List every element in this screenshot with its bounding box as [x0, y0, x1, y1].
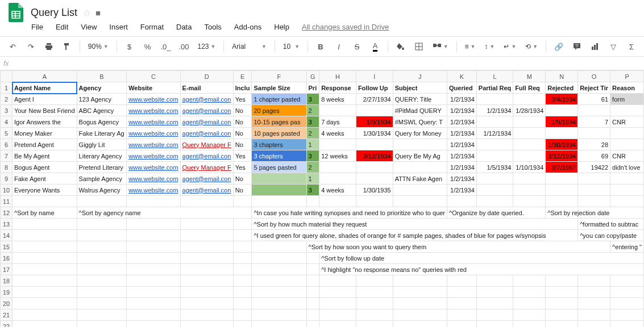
- cell[interactable]: [356, 321, 393, 328]
- cell[interactable]: [252, 185, 306, 196]
- cell[interactable]: [610, 173, 644, 185]
- cell[interactable]: ^Sort by follow up date: [319, 253, 644, 264]
- cell[interactable]: Rejected: [546, 82, 578, 94]
- cell[interactable]: [127, 253, 180, 264]
- cell[interactable]: 3: [306, 116, 319, 128]
- cell[interactable]: [578, 173, 610, 185]
- cell[interactable]: [13, 241, 77, 253]
- cell[interactable]: ^Sort by how much material they request: [252, 219, 578, 230]
- cell[interactable]: [233, 241, 252, 253]
- col-header[interactable]: N: [546, 71, 578, 82]
- cell[interactable]: Agent I: [13, 94, 77, 105]
- cell[interactable]: 5 pages pasted: [252, 162, 306, 173]
- row-header[interactable]: 13: [1, 219, 13, 230]
- cell[interactable]: [513, 185, 546, 196]
- cell[interactable]: [393, 287, 447, 298]
- cell[interactable]: 2: [306, 162, 319, 173]
- cell[interactable]: No: [233, 128, 252, 139]
- cell[interactable]: Full Req: [513, 82, 546, 94]
- cell[interactable]: No: [233, 105, 252, 116]
- cell[interactable]: [393, 275, 447, 287]
- cell[interactable]: 1/2/1934: [447, 162, 477, 173]
- cell[interactable]: [610, 321, 644, 328]
- cell[interactable]: 28: [578, 139, 610, 150]
- cell[interactable]: [476, 309, 513, 321]
- cell[interactable]: [356, 139, 393, 150]
- cell[interactable]: ^entering ": [610, 241, 644, 253]
- cell[interactable]: [13, 230, 77, 241]
- cell[interactable]: 19422: [578, 162, 610, 173]
- cell[interactable]: [180, 253, 233, 264]
- cell[interactable]: ^formatted to subtrac: [578, 219, 644, 230]
- cell[interactable]: [610, 298, 644, 309]
- cell[interactable]: [513, 275, 546, 287]
- cell[interactable]: 69: [578, 150, 610, 162]
- cell[interactable]: Sample Agency: [77, 173, 127, 185]
- cell[interactable]: [13, 298, 77, 309]
- cell[interactable]: [546, 298, 578, 309]
- cell[interactable]: QUERY: Title: [393, 94, 447, 105]
- cell[interactable]: [578, 309, 610, 321]
- cell[interactable]: No: [233, 139, 252, 150]
- cell[interactable]: Agency: [77, 82, 127, 94]
- cell[interactable]: [319, 321, 356, 328]
- menu-help[interactable]: Help: [274, 23, 289, 31]
- cell[interactable]: Giggly Lit: [77, 139, 127, 150]
- cell[interactable]: [476, 173, 513, 185]
- cell[interactable]: [476, 150, 513, 162]
- cell[interactable]: [578, 196, 610, 207]
- cell[interactable]: 123 Agency: [77, 94, 127, 105]
- cell[interactable]: [306, 253, 319, 264]
- cell[interactable]: 1/30/1934: [356, 128, 393, 139]
- cell[interactable]: [127, 219, 180, 230]
- cell[interactable]: [393, 309, 447, 321]
- row-header[interactable]: 22: [1, 321, 13, 328]
- cell[interactable]: 3/12/1934: [356, 150, 393, 162]
- cell[interactable]: [356, 275, 393, 287]
- cell[interactable]: [127, 309, 180, 321]
- cell[interactable]: [578, 298, 610, 309]
- row-header[interactable]: 16: [1, 253, 13, 264]
- cell[interactable]: 3 chapters: [252, 139, 306, 150]
- cell[interactable]: [578, 185, 610, 196]
- cell[interactable]: Your New Best Friend: [13, 105, 77, 116]
- cell[interactable]: [393, 185, 447, 196]
- cell[interactable]: [13, 253, 77, 264]
- menu-edit[interactable]: Edit: [56, 23, 68, 31]
- cell[interactable]: 1: [306, 139, 319, 150]
- valign-icon[interactable]: ↕▼: [481, 39, 498, 54]
- cell[interactable]: Website: [127, 82, 180, 94]
- cell[interactable]: [476, 196, 513, 207]
- cell[interactable]: [610, 185, 644, 196]
- cell[interactable]: [319, 309, 356, 321]
- cell[interactable]: [77, 241, 127, 253]
- cell[interactable]: Query Be My Ag: [393, 150, 447, 162]
- cell[interactable]: 1/9/1934: [356, 116, 393, 128]
- cell[interactable]: E-mail: [180, 82, 233, 94]
- cell[interactable]: agent@email.con: [180, 94, 233, 105]
- grid[interactable]: ABCDEFGHIJKLMNOP1Agent NameAgencyWebsite…: [0, 70, 644, 327]
- cell[interactable]: [578, 287, 610, 298]
- cell[interactable]: 2/27/1934: [356, 94, 393, 105]
- menu-view[interactable]: View: [81, 23, 97, 31]
- cell[interactable]: [513, 128, 546, 139]
- functions-icon[interactable]: Σ: [624, 39, 639, 54]
- borders-icon[interactable]: [411, 39, 427, 54]
- cell[interactable]: 3/12/1934: [546, 150, 578, 162]
- cell[interactable]: [13, 264, 77, 275]
- cell[interactable]: [77, 253, 127, 264]
- redo-icon[interactable]: ↷: [23, 39, 39, 54]
- cell[interactable]: [447, 287, 477, 298]
- cell[interactable]: [356, 105, 393, 116]
- cell[interactable]: [180, 230, 233, 241]
- cell[interactable]: #PitMad QUERY: [393, 105, 447, 116]
- cell[interactable]: 3/7/1987: [546, 162, 578, 173]
- menu-format[interactable]: Format: [140, 23, 164, 31]
- col-header[interactable]: H: [319, 71, 356, 82]
- cell[interactable]: [306, 298, 319, 309]
- cell[interactable]: Pretend Agent: [13, 139, 77, 150]
- cell[interactable]: [233, 230, 252, 241]
- cell[interactable]: Subject: [393, 82, 447, 94]
- cell[interactable]: [252, 275, 306, 287]
- more-formats[interactable]: 123▼: [194, 39, 219, 54]
